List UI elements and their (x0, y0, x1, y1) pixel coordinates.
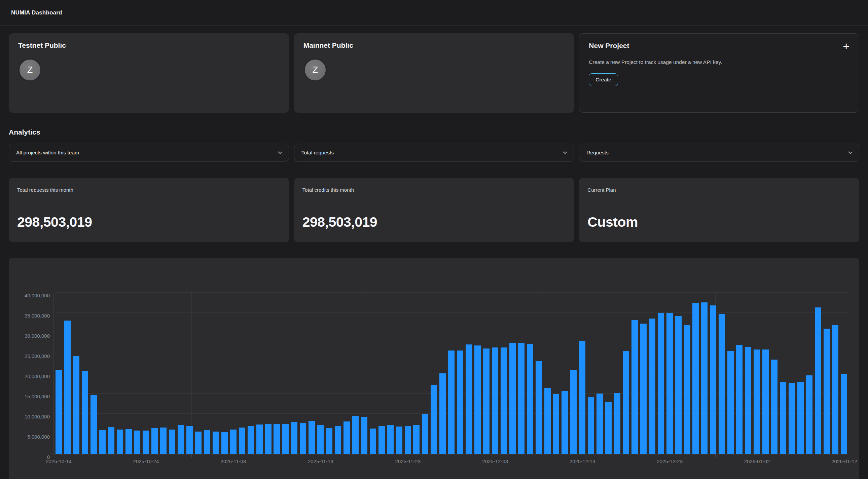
chart-bar[interactable] (282, 424, 289, 454)
chart-bar[interactable] (788, 383, 795, 454)
chart-bar[interactable] (230, 429, 237, 454)
chart-bar[interactable] (370, 428, 376, 454)
chart-bar[interactable] (684, 325, 690, 454)
chart-bar[interactable] (335, 426, 341, 454)
chart-bar[interactable] (186, 426, 193, 454)
chart-bar[interactable] (518, 343, 525, 454)
chart-bar[interactable] (719, 314, 725, 454)
chart-bar[interactable] (536, 361, 542, 454)
chart-bar[interactable] (317, 425, 324, 454)
chart-bar[interactable] (658, 313, 664, 454)
chart-bar[interactable] (73, 356, 80, 454)
chart-bar[interactable] (431, 385, 437, 454)
chart-bar[interactable] (588, 397, 594, 454)
chart-bar[interactable] (56, 370, 62, 454)
chart-bar[interactable] (492, 348, 498, 454)
plus-icon[interactable]: + (843, 42, 849, 51)
chart-bar[interactable] (396, 426, 402, 454)
chart-bar[interactable] (806, 375, 812, 454)
chart-bar[interactable] (439, 373, 446, 454)
chart-bar[interactable] (239, 427, 245, 454)
chart-bar[interactable] (623, 351, 629, 454)
chart-bar[interactable] (745, 347, 751, 454)
chart-bar[interactable] (378, 426, 385, 454)
chart-bar[interactable] (780, 382, 786, 454)
chart-bar[interactable] (771, 359, 777, 454)
chart-bar[interactable] (213, 432, 219, 454)
chart-bar[interactable] (544, 388, 551, 454)
chart-bar[interactable] (797, 382, 804, 454)
chart-bar[interactable] (701, 302, 708, 454)
project-avatar[interactable]: Z (18, 58, 42, 82)
chart-bar[interactable] (64, 321, 71, 454)
chart-bar[interactable] (352, 416, 359, 454)
chart-bar[interactable] (151, 428, 158, 454)
chart-bar[interactable] (614, 393, 620, 454)
chart-bar[interactable] (754, 350, 760, 454)
chart-bar[interactable] (815, 308, 821, 454)
chart-bar[interactable] (640, 324, 647, 454)
chart-bar[interactable] (466, 345, 472, 454)
chart-bar[interactable] (248, 426, 254, 454)
metric-filter-select[interactable]: Total requests (294, 143, 574, 162)
chart-bar[interactable] (509, 343, 516, 454)
chart-bar[interactable] (160, 427, 166, 454)
chart-bar[interactable] (91, 395, 97, 454)
chart-bar[interactable] (143, 430, 149, 454)
chart-bar[interactable] (666, 313, 673, 454)
chart-bar[interactable] (387, 425, 394, 454)
chart-bar[interactable] (570, 370, 577, 454)
chart-bar[interactable] (309, 421, 315, 454)
chart-bar[interactable] (204, 430, 210, 454)
chart-bar[interactable] (169, 429, 175, 454)
chart-bar[interactable] (82, 371, 88, 454)
project-filter-select[interactable]: All projects within this team (9, 143, 289, 162)
chart-bar[interactable] (134, 430, 140, 454)
project-card-testnet[interactable]: Testnet Public Z (9, 33, 289, 113)
chart-bar[interactable] (841, 374, 847, 454)
chart-bar[interactable] (501, 348, 507, 454)
chart-bar[interactable] (457, 351, 463, 454)
chart-bar[interactable] (361, 417, 367, 454)
chart-bar[interactable] (710, 306, 716, 454)
chart-bar[interactable] (736, 345, 743, 454)
chart-bar[interactable] (125, 429, 132, 454)
chart-bar[interactable] (108, 427, 114, 454)
unit-filter-select[interactable]: Requests (579, 143, 859, 162)
chart-bar[interactable] (405, 426, 411, 454)
chart-bar[interactable] (527, 344, 533, 454)
project-card-mainnet[interactable]: Mainnet Public Z (294, 33, 574, 113)
chart-bar[interactable] (596, 393, 603, 454)
chart-bar[interactable] (605, 402, 612, 454)
chart-bar[interactable] (422, 414, 428, 454)
chart-bar[interactable] (256, 424, 263, 454)
chart-bar[interactable] (832, 325, 838, 454)
chart-bar[interactable] (413, 425, 420, 454)
chart-bar[interactable] (649, 319, 655, 454)
chart-bar[interactable] (343, 421, 350, 454)
chart-bar[interactable] (474, 346, 481, 454)
chart-bar[interactable] (117, 429, 123, 454)
chart-bar[interactable] (762, 350, 769, 454)
chart-bar[interactable] (221, 432, 228, 454)
chart-bar[interactable] (553, 394, 559, 454)
chart-bar[interactable] (195, 432, 202, 454)
chart-bar[interactable] (692, 303, 699, 454)
chart-bar[interactable] (274, 424, 280, 454)
chart-bar[interactable] (631, 320, 638, 454)
chart-bar[interactable] (448, 351, 455, 454)
project-avatar[interactable]: Z (304, 58, 327, 82)
chart-bar[interactable] (727, 351, 734, 454)
chart-bar[interactable] (300, 423, 306, 454)
chart-bar[interactable] (178, 425, 184, 454)
chart-bar[interactable] (579, 341, 585, 454)
chart-bar[interactable] (265, 424, 272, 454)
chart-bar[interactable] (326, 428, 332, 454)
chart-bar[interactable] (483, 349, 490, 454)
chart-bar[interactable] (675, 316, 682, 454)
create-button[interactable]: Create (589, 73, 618, 86)
chart-bar[interactable] (561, 391, 568, 454)
chart-bar[interactable] (291, 422, 298, 454)
chart-bar[interactable] (99, 430, 106, 454)
chart-bar[interactable] (824, 329, 830, 454)
